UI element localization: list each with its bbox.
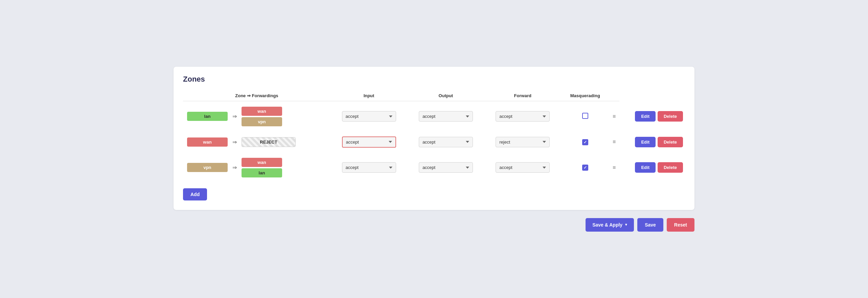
arrow-vpn: ⇒ [231, 164, 238, 171]
masquerading-checkbox-lan[interactable] [582, 113, 588, 119]
masquerading-cell-lan[interactable] [561, 101, 609, 132]
col-actions [609, 90, 619, 101]
input-cell-vpn[interactable]: acceptrejectdrop [330, 152, 407, 183]
action-cell-vpn: EditDelete [619, 152, 685, 183]
forward-select-lan[interactable]: acceptrejectdrop [496, 111, 550, 122]
zone-badge-wan: wan [187, 137, 228, 147]
forward-cell-wan[interactable]: acceptrejectdrop [484, 132, 561, 152]
edit-button-wan[interactable]: Edit [635, 137, 656, 147]
action-cell-lan: EditDelete [619, 101, 685, 132]
forward-cell-vpn[interactable]: acceptrejectdrop [484, 152, 561, 183]
forward-select-wan[interactable]: acceptrejectdrop [496, 137, 550, 147]
page-title: Zones [183, 75, 685, 84]
forward-cell-lan[interactable]: acceptrejectdrop [484, 101, 561, 132]
page-wrapper: Zones Zone ⇒ Forwardings Input Output Fo… [174, 67, 694, 232]
arrow-wan: ⇒ [231, 139, 238, 145]
forwarding-badge-lan: lan [242, 168, 282, 177]
table-header-row: Zone ⇒ Forwardings Input Output Forward … [183, 90, 685, 101]
zone-forwarding-cell-vpn: vpn⇒wanlan [183, 152, 330, 183]
forwarding-badge-wan: wan [242, 158, 282, 167]
masquerading-cell-vpn[interactable] [561, 152, 609, 183]
forward-select-vpn[interactable]: acceptrejectdrop [496, 162, 550, 173]
zones-card: Zones Zone ⇒ Forwardings Input Output Fo… [174, 67, 694, 210]
table-row: lan⇒wanvpnacceptrejectdropacceptrejectdr… [183, 101, 685, 132]
input-select-wan[interactable]: acceptrejectdrop [342, 136, 396, 148]
col-forward: Forward [484, 90, 561, 101]
output-select-lan[interactable]: acceptrejectdrop [419, 111, 473, 122]
masquerading-checkbox-vpn[interactable] [582, 165, 588, 171]
masquerading-checkbox-wan[interactable] [582, 139, 588, 145]
bottom-bar: Save & Apply ▾ Save Reset [174, 218, 694, 232]
output-select-wan[interactable]: acceptrejectdrop [419, 137, 473, 147]
save-button[interactable]: Save [637, 218, 663, 232]
delete-button-vpn[interactable]: Delete [658, 162, 683, 173]
col-input: Input [330, 90, 407, 101]
table-row: vpn⇒wanlanacceptrejectdropacceptrejectdr… [183, 152, 685, 183]
col-zone-forwardings: Zone ⇒ Forwardings [183, 90, 330, 101]
forwarding-list-vpn: wanlan [242, 158, 282, 177]
input-select-lan[interactable]: acceptrejectdrop [342, 111, 396, 122]
save-apply-dropdown-arrow: ▾ [625, 222, 627, 227]
output-cell-vpn[interactable]: acceptrejectdrop [407, 152, 484, 183]
zone-badge-lan: lan [187, 112, 228, 121]
input-cell-wan[interactable]: acceptrejectdrop [330, 132, 407, 152]
masquerading-cell-wan[interactable] [561, 132, 609, 152]
menu-icon-cell-wan[interactable]: ≡ [609, 132, 619, 152]
output-cell-wan[interactable]: acceptrejectdrop [407, 132, 484, 152]
input-select-vpn[interactable]: acceptrejectdrop [342, 162, 396, 173]
save-apply-button[interactable]: Save & Apply ▾ [586, 218, 634, 232]
zones-table: Zone ⇒ Forwardings Input Output Forward … [183, 90, 685, 183]
output-select-vpn[interactable]: acceptrejectdrop [419, 162, 473, 173]
output-cell-lan[interactable]: acceptrejectdrop [407, 101, 484, 132]
delete-button-wan[interactable]: Delete [658, 137, 683, 147]
forwarding-list-wan: REJECT [242, 137, 296, 147]
menu-icon-cell-lan[interactable]: ≡ [609, 101, 619, 132]
menu-icon-cell-vpn[interactable]: ≡ [609, 152, 619, 183]
zone-badge-vpn: vpn [187, 163, 228, 172]
forwarding-badge-vpn: vpn [242, 117, 282, 126]
delete-button-lan[interactable]: Delete [658, 111, 683, 122]
action-cell-wan: EditDelete [619, 132, 685, 152]
col-masquerading: Masquerading [561, 90, 609, 101]
reset-button[interactable]: Reset [667, 218, 694, 232]
menu-icon-vpn[interactable]: ≡ [613, 165, 616, 170]
menu-icon-lan[interactable]: ≡ [613, 113, 616, 119]
forwarding-badge-wan: wan [242, 107, 282, 116]
reject-badge-wan: REJECT [242, 137, 296, 147]
add-button[interactable]: Add [183, 188, 207, 200]
menu-icon-wan[interactable]: ≡ [613, 139, 616, 145]
input-cell-lan[interactable]: acceptrejectdrop [330, 101, 407, 132]
edit-button-vpn[interactable]: Edit [635, 162, 656, 173]
save-apply-label: Save & Apply [592, 222, 622, 228]
zone-forwarding-cell-wan: wan⇒REJECT [183, 132, 330, 152]
col-output: Output [407, 90, 484, 101]
table-row: wan⇒REJECTacceptrejectdropacceptrejectdr… [183, 132, 685, 152]
edit-button-lan[interactable]: Edit [635, 111, 656, 122]
forwarding-list-lan: wanvpn [242, 107, 282, 126]
arrow-lan: ⇒ [231, 113, 238, 120]
zone-forwarding-cell-lan: lan⇒wanvpn [183, 101, 330, 132]
